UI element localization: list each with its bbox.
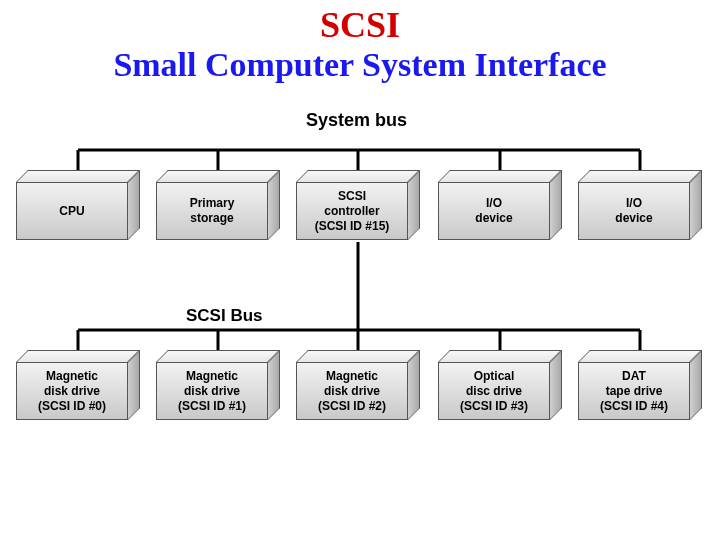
- node-label: DATtape drive(SCSI ID #4): [578, 362, 690, 420]
- node-label: Opticaldisc drive(SCSI ID #3): [438, 362, 550, 420]
- node-label: I/Odevice: [438, 182, 550, 240]
- system-bus-label: System bus: [306, 110, 407, 131]
- node-magnetic-disk-1: Magneticdisk drive(SCSI ID #1): [156, 350, 280, 420]
- node-dat-tape-4: DATtape drive(SCSI ID #4): [578, 350, 702, 420]
- node-label: CPU: [16, 182, 128, 240]
- node-label: Magneticdisk drive(SCSI ID #1): [156, 362, 268, 420]
- title-block: SCSI Small Computer System Interface: [0, 0, 720, 84]
- node-io-device-1: I/Odevice: [438, 170, 562, 240]
- node-label: Magneticdisk drive(SCSI ID #2): [296, 362, 408, 420]
- scsi-bus-label: SCSI Bus: [186, 306, 263, 326]
- node-magnetic-disk-0: Magneticdisk drive(SCSI ID #0): [16, 350, 140, 420]
- title-main: SCSI: [0, 4, 720, 46]
- node-primary-storage: Primarystorage: [156, 170, 280, 240]
- node-scsi-controller: SCSIcontroller(SCSI ID #15): [296, 170, 420, 240]
- scsi-diagram: System bus SCSI Bus CPU Primarystorage S…: [6, 110, 716, 510]
- node-magnetic-disk-2: Magneticdisk drive(SCSI ID #2): [296, 350, 420, 420]
- node-label: SCSIcontroller(SCSI ID #15): [296, 182, 408, 240]
- node-label: Primarystorage: [156, 182, 268, 240]
- node-label: Magneticdisk drive(SCSI ID #0): [16, 362, 128, 420]
- node-io-device-2: I/Odevice: [578, 170, 702, 240]
- node-label: I/Odevice: [578, 182, 690, 240]
- node-optical-disc-3: Opticaldisc drive(SCSI ID #3): [438, 350, 562, 420]
- title-sub: Small Computer System Interface: [0, 46, 720, 84]
- node-cpu: CPU: [16, 170, 140, 240]
